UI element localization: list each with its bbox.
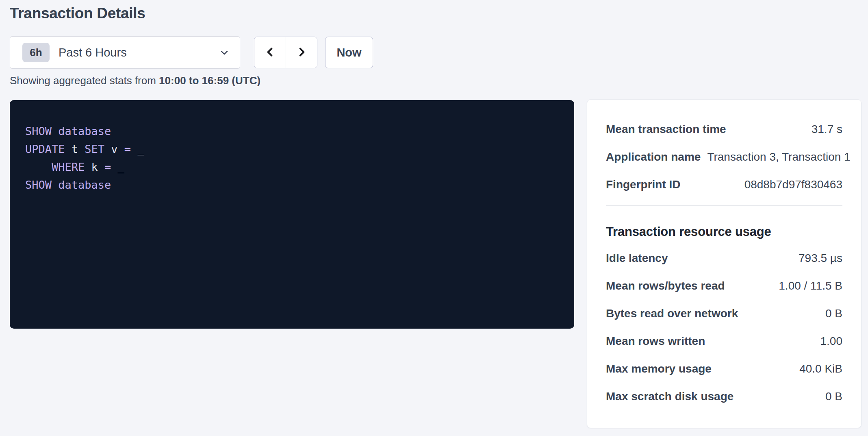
stat-row: Bytes read over network0 B xyxy=(606,307,842,320)
sql-line: SHOW database xyxy=(25,122,559,140)
stat-label: Application name xyxy=(606,150,701,164)
stat-value: 1.00 xyxy=(820,334,843,348)
time-range-dropdown[interactable]: 6h Past 6 Hours xyxy=(10,36,240,69)
stat-value: 0 B xyxy=(825,307,842,320)
sql-line: SHOW database xyxy=(25,176,559,194)
sql-token-keyword: SHOW database xyxy=(25,179,111,191)
stat-row: Max memory usage40.0 KiB xyxy=(606,362,842,376)
sql-token-keyword: SHOW database xyxy=(25,125,111,137)
chevron-left-icon xyxy=(264,46,277,60)
card-divider xyxy=(606,205,842,206)
time-range-label: Past 6 Hours xyxy=(59,46,219,59)
chevron-right-icon xyxy=(295,46,308,60)
sql-line: UPDATE t SET v = _ xyxy=(25,140,559,158)
time-range-badge: 6h xyxy=(22,43,50,62)
sql-token-identifier: t xyxy=(72,143,85,155)
sql-token-keyword: WHERE xyxy=(25,161,91,173)
stat-row: Fingerprint ID08d8b7d97f830463 xyxy=(606,178,842,192)
sql-line: WHERE k = _ xyxy=(25,158,559,176)
stat-row: Mean rows/bytes read1.00 / 11.5 B xyxy=(606,279,842,293)
sql-token-keyword: SET xyxy=(85,143,111,155)
stat-value: Transaction 3, Transaction 1 xyxy=(707,150,850,164)
page-title: Transaction Details xyxy=(10,5,145,22)
sql-token-keyword: = xyxy=(104,161,118,173)
stat-label: Mean rows written xyxy=(606,334,705,348)
stat-value: 40.0 KiB xyxy=(799,362,842,376)
summary-prefix: Showing aggregated stats from xyxy=(10,74,159,87)
stat-label: Bytes read over network xyxy=(606,307,738,320)
sql-token-identifier: _ xyxy=(118,161,124,173)
sql-token-identifier: _ xyxy=(137,143,144,155)
stat-label: Mean rows/bytes read xyxy=(606,279,725,293)
chevron-down-icon xyxy=(219,47,230,58)
stat-label: Mean transaction time xyxy=(606,122,726,136)
stat-value: 08d8b7d97f830463 xyxy=(744,178,842,192)
summary-range: 10:00 to 16:59 (UTC) xyxy=(159,74,260,87)
aggregated-stats-summary: Showing aggregated stats from 10:00 to 1… xyxy=(10,74,260,87)
overview-stats: Mean transaction time31.7 sApplication n… xyxy=(606,122,842,192)
stat-value: 0 B xyxy=(825,390,842,403)
time-controls: 6h Past 6 Hours Now xyxy=(10,36,373,69)
time-nav-group xyxy=(254,37,317,68)
stat-label: Max memory usage xyxy=(606,362,712,376)
transaction-summary-card: Mean transaction time31.7 sApplication n… xyxy=(587,99,861,428)
next-range-button[interactable] xyxy=(286,37,317,68)
stat-value: 31.7 s xyxy=(812,122,842,136)
previous-range-button[interactable] xyxy=(254,37,286,68)
sql-token-identifier: v xyxy=(111,143,124,155)
sql-statement-panel: SHOW databaseUPDATE t SET v = _ WHERE k … xyxy=(10,100,574,329)
resource-usage-heading: Transaction resource usage xyxy=(606,224,842,240)
stat-value: 793.5 µs xyxy=(799,251,842,265)
stat-label: Max scratch disk usage xyxy=(606,390,733,403)
stat-row: Max scratch disk usage0 B xyxy=(606,390,842,403)
now-button[interactable]: Now xyxy=(325,37,373,68)
sql-token-keyword: = xyxy=(124,143,138,155)
stat-value: 1.00 / 11.5 B xyxy=(779,279,842,293)
stat-row: Idle latency793.5 µs xyxy=(606,251,842,265)
stat-label: Fingerprint ID xyxy=(606,178,681,192)
sql-token-identifier: k xyxy=(91,161,105,173)
stat-row: Mean transaction time31.7 s xyxy=(606,122,842,136)
sql-token-keyword: UPDATE xyxy=(25,143,72,155)
sql-code: SHOW databaseUPDATE t SET v = _ WHERE k … xyxy=(25,122,559,194)
stat-row: Application nameTransaction 3, Transacti… xyxy=(606,150,842,164)
resource-stats: Idle latency793.5 µsMean rows/bytes read… xyxy=(606,251,842,403)
stat-label: Idle latency xyxy=(606,251,668,265)
stat-row: Mean rows written1.00 xyxy=(606,334,842,348)
